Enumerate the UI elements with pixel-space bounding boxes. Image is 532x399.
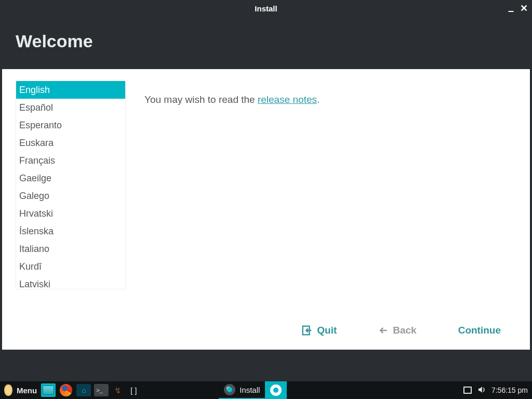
workspaces-icon[interactable]: [ ] — [126, 383, 141, 397]
quit-button[interactable]: Quit — [301, 325, 337, 336]
content-area: EnglishEspañolEsperantoEuskaraFrançaisGa… — [2, 69, 530, 350]
language-item[interactable]: Íslenska — [16, 222, 125, 240]
close-icon[interactable]: ✕ — [520, 3, 528, 14]
volume-icon[interactable] — [477, 385, 486, 396]
language-item[interactable]: Kurdî — [16, 258, 125, 275]
menu-button[interactable]: Menu — [0, 381, 41, 399]
back-arrow-icon — [378, 325, 389, 336]
page-header: Welcome — [0, 17, 532, 69]
language-list[interactable]: EnglishEspañolEsperantoEuskaraFrançaisGa… — [16, 81, 126, 289]
quit-icon — [301, 325, 313, 336]
menu-label: Menu — [17, 386, 37, 395]
installer-icon — [224, 384, 235, 395]
info-prefix: You may wish to read the — [144, 94, 258, 105]
language-item[interactable]: Euskara — [16, 134, 125, 152]
installer-active-icon — [270, 384, 282, 396]
show-desktop-icon[interactable] — [41, 383, 56, 397]
language-item[interactable]: English — [16, 81, 125, 99]
taskbar-item-active[interactable] — [265, 381, 287, 399]
page-title: Welcome — [16, 31, 516, 51]
window-controls: – ✕ — [508, 0, 528, 17]
button-row: Quit Back Continue — [16, 320, 516, 338]
language-item[interactable]: Italiano — [16, 240, 125, 258]
firefox-icon[interactable] — [59, 383, 73, 397]
clock[interactable]: 7:56:15 pm — [491, 386, 528, 394]
pinned-launchers: ⌂ >_ ↯ [ ] — [41, 381, 141, 399]
language-item[interactable]: Galego — [16, 187, 125, 205]
quit-label: Quit — [317, 325, 337, 336]
content-top: EnglishEspañolEsperantoEuskaraFrançaisGa… — [16, 81, 516, 320]
language-item[interactable]: Español — [16, 99, 125, 116]
continue-button[interactable]: Continue — [458, 325, 501, 336]
release-notes-link[interactable]: release notes — [258, 94, 317, 105]
system-tray: 7:56:15 pm — [463, 381, 532, 399]
back-label: Back — [393, 325, 416, 336]
back-button: Back — [378, 325, 416, 336]
info-text: You may wish to read the release notes. — [144, 81, 320, 320]
terminal-icon[interactable]: >_ — [94, 384, 109, 396]
info-suffix: . — [317, 94, 320, 105]
language-item[interactable]: Hrvatski — [16, 205, 125, 222]
boot-tool-icon[interactable]: ↯ — [112, 384, 123, 396]
language-item[interactable]: Esperanto — [16, 116, 125, 134]
window-title: Install — [255, 4, 277, 13]
taskbar: Menu ⌂ >_ ↯ [ ] Install 7:56:15 pm — [0, 381, 532, 399]
language-item[interactable]: Français — [16, 152, 125, 169]
continue-label: Continue — [458, 325, 501, 336]
file-manager-icon[interactable]: ⌂ — [76, 384, 91, 396]
language-item[interactable]: Gaeilge — [16, 169, 125, 187]
window-titlebar[interactable]: Install – ✕ — [0, 0, 532, 17]
taskbar-item-label: Install — [240, 385, 260, 394]
tray-show-desktop-icon[interactable] — [463, 387, 472, 394]
taskbar-item-install[interactable]: Install — [219, 381, 265, 399]
language-item[interactable]: Latviski — [16, 275, 125, 289]
distro-logo-icon — [4, 384, 12, 396]
task-items: Install — [219, 381, 287, 399]
